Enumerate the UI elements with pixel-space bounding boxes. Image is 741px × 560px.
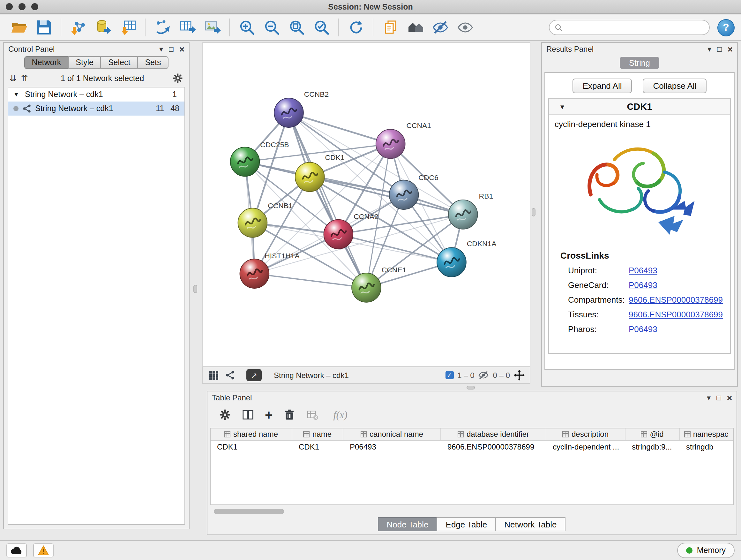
import-network-database-button[interactable] <box>91 17 115 38</box>
cloud-status-button[interactable] <box>6 543 27 557</box>
vertical-splitter-grip[interactable] <box>193 285 197 293</box>
hide-selected-button[interactable] <box>428 17 452 38</box>
panel-menu-icon[interactable]: ▾ <box>707 394 711 401</box>
column-header-description[interactable]: description <box>546 428 625 440</box>
tree-expand-icon[interactable]: ▼ <box>13 91 21 98</box>
warnings-button[interactable] <box>33 543 54 557</box>
network-node-CDC25B[interactable] <box>230 147 260 177</box>
panel-close-icon[interactable]: × <box>728 44 733 53</box>
tab-network[interactable]: Network <box>24 56 69 69</box>
network-edge[interactable] <box>254 273 366 288</box>
protein-section-header[interactable]: ▼ CDK1 <box>549 99 730 115</box>
search-input[interactable] <box>566 22 704 33</box>
open-session-button[interactable] <box>7 17 30 38</box>
column-header-database-identifier[interactable]: database identifier <box>441 428 546 440</box>
network-node-HIST1H1A[interactable] <box>240 259 269 288</box>
duplicate-network-button[interactable] <box>379 17 402 38</box>
network-node-CCNB2[interactable] <box>274 98 304 127</box>
zoom-out-button[interactable] <box>260 17 283 38</box>
network-node-CCNA2[interactable] <box>324 220 353 249</box>
network-collection-row[interactable]: ▼ String Network – cdk1 1 <box>8 87 185 102</box>
help-button[interactable]: ? <box>718 19 735 36</box>
crosslink-link[interactable]: P06493 <box>629 324 657 334</box>
network-row[interactable]: String Network – cdk1 11 48 <box>8 102 185 116</box>
expand-all-button[interactable]: Expand All <box>572 78 632 93</box>
minimize-window-button[interactable] <box>18 3 25 10</box>
panel-float-icon[interactable]: □ <box>717 45 722 53</box>
cell-database-identifier[interactable]: 9606.ENSP00000378699 <box>441 441 546 453</box>
network-node-CCNB1[interactable] <box>238 208 267 238</box>
panel-menu-icon[interactable]: ▾ <box>708 45 711 53</box>
cell-description[interactable]: cyclin-dependent ... <box>546 441 625 453</box>
tab-style[interactable]: Style <box>68 56 101 69</box>
delete-column-icon[interactable] <box>284 409 296 421</box>
panel-menu-icon[interactable]: ▾ <box>159 45 163 53</box>
export-table-button[interactable] <box>176 17 199 38</box>
add-column-icon[interactable]: + <box>265 408 273 422</box>
selected-checkbox[interactable]: ✓ <box>445 371 454 379</box>
string-home-button[interactable] <box>403 17 427 38</box>
horizontal-scrollbar-thumb[interactable] <box>214 509 284 514</box>
cell-namespace[interactable]: stringdb <box>680 441 733 453</box>
expand-all-icon[interactable]: ⇈ <box>21 73 28 83</box>
column-header-namespace[interactable]: namespac <box>680 428 733 440</box>
crosslink-link[interactable]: P06493 <box>629 280 657 290</box>
tab-string[interactable]: String <box>619 57 659 69</box>
collapse-all-button[interactable]: Collapse All <box>643 78 707 93</box>
save-session-button[interactable] <box>32 17 56 38</box>
panel-close-icon[interactable]: × <box>179 44 185 53</box>
cell-canonical-name[interactable]: P06493 <box>343 441 441 453</box>
export-image-button[interactable] <box>200 17 224 38</box>
network-node-CDKN1A[interactable] <box>437 247 466 277</box>
crosslink-link[interactable]: 9606.ENSP00000378699 <box>629 295 723 305</box>
table-row[interactable]: CDK1 CDK1 P06493 9606.ENSP00000378699 cy… <box>211 441 733 453</box>
tab-edge-table[interactable]: Edge Table <box>437 517 496 531</box>
network-node-RB1[interactable] <box>448 200 478 229</box>
column-header-id[interactable]: @id <box>625 428 680 440</box>
zoom-fit-button[interactable] <box>285 17 308 38</box>
grid-view-button[interactable] <box>208 370 219 381</box>
cell-shared-name[interactable]: CDK1 <box>211 441 292 453</box>
search-box[interactable] <box>549 20 710 35</box>
open-in-new-button[interactable]: ↗ <box>246 369 262 381</box>
zoom-in-button[interactable] <box>235 17 259 38</box>
network-view-button[interactable] <box>225 370 235 381</box>
network-node-CCNE1[interactable] <box>352 273 381 302</box>
tab-sets[interactable]: Sets <box>137 56 169 69</box>
gear-icon[interactable] <box>172 73 183 84</box>
cell-name[interactable]: CDK1 <box>292 441 343 453</box>
network-edge[interactable] <box>289 113 391 144</box>
column-header-shared-name[interactable]: shared name <box>211 428 292 440</box>
network-view[interactable]: CCNB2CCNA1CDC25BCDK1CDC6RB1CCNB1CCNA2CDK… <box>202 42 530 367</box>
pan-crosshair-icon[interactable] <box>514 370 525 381</box>
import-table-button[interactable] <box>116 17 140 38</box>
apply-layout-button[interactable] <box>344 17 367 38</box>
network-edge[interactable] <box>289 113 366 288</box>
tab-select[interactable]: Select <box>100 56 138 69</box>
tab-network-table[interactable]: Network Table <box>495 517 565 531</box>
panel-float-icon[interactable]: □ <box>169 45 174 53</box>
horizontal-splitter-grip[interactable] <box>467 386 475 389</box>
column-header-name[interactable]: name <box>292 428 343 440</box>
network-node-CCNA1[interactable] <box>376 129 405 159</box>
zoom-selected-button[interactable] <box>310 17 333 38</box>
show-columns-icon[interactable] <box>242 409 254 421</box>
crosslink-link[interactable]: P06493 <box>629 266 657 275</box>
show-all-button[interactable] <box>453 17 477 38</box>
vertical-splitter-grip[interactable] <box>532 208 536 216</box>
table-settings-gear-icon[interactable] <box>219 409 231 421</box>
network-node-CDC6[interactable] <box>389 180 419 209</box>
network-node-CDK1[interactable] <box>295 163 325 192</box>
tab-node-table[interactable]: Node Table <box>378 517 437 531</box>
panel-close-icon[interactable]: × <box>727 393 732 402</box>
panel-float-icon[interactable]: □ <box>717 394 721 401</box>
import-network-file-button[interactable] <box>66 17 90 38</box>
crosslink-link[interactable]: 9606.ENSP00000378699 <box>629 310 723 319</box>
collapse-all-icon[interactable]: ⇊ <box>10 73 17 83</box>
column-header-canonical-name[interactable]: canonical name <box>343 428 441 440</box>
new-network-from-selection-button[interactable] <box>151 17 174 38</box>
cell-id[interactable]: stringdb:9... <box>625 441 680 453</box>
maximize-window-button[interactable] <box>31 3 38 10</box>
network-graph[interactable]: CCNB2CCNA1CDC25BCDK1CDC6RB1CCNB1CCNA2CDK… <box>203 43 530 366</box>
close-window-button[interactable] <box>6 3 13 10</box>
